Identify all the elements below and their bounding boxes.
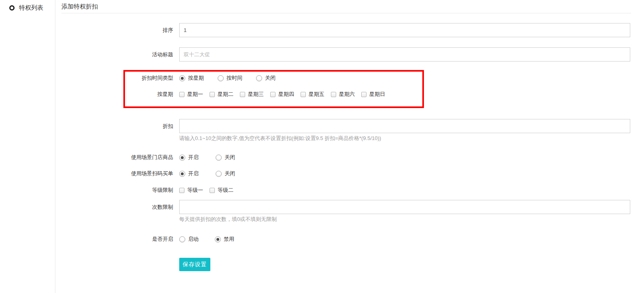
form-row-level-limit: 等级限制 等级一 等级二 (55, 186, 644, 194)
main-content: 添加特权折扣 排序 活动标题 折扣时间类型 按星期 按时间 关闭 (55, 0, 644, 293)
page-title: 添加特权折扣 (61, 3, 98, 11)
radio-option-scan-off[interactable]: 关闭 (216, 170, 235, 177)
discount-label: 折扣 (55, 119, 173, 133)
form-row-time-type: 折扣时间类型 按星期 按时间 关闭 (55, 74, 644, 82)
radio-icon[interactable] (216, 171, 222, 177)
form-row-scene-scan: 使用场景扫码买单 开启 关闭 (55, 170, 644, 178)
sidebar-item-label: 特权列表 (19, 4, 43, 12)
time-type-label: 折扣时间类型 (55, 74, 173, 82)
checkbox-icon[interactable] (210, 92, 215, 97)
radio-checked-icon[interactable] (215, 236, 221, 242)
checkbox-option-thursday[interactable]: 星期四 (270, 91, 294, 98)
checkbox-icon[interactable] (301, 92, 306, 97)
checkbox-option-level-one[interactable]: 等级一 (179, 187, 203, 194)
radio-option-store-off[interactable]: 关闭 (216, 154, 235, 161)
weekdays-label: 按星期 (55, 90, 173, 98)
checkbox-icon[interactable] (179, 92, 184, 97)
level-limit-label: 等级限制 (55, 186, 173, 194)
scene-scan-label: 使用场景扫码买单 (55, 170, 173, 178)
radio-checked-icon[interactable] (179, 155, 185, 161)
title-bar: 添加特权折扣 (61, 0, 631, 13)
form-row-weekdays: 按星期 星期一 星期二 星期三 星期四 星期五 (55, 90, 644, 98)
checkbox-icon[interactable] (361, 92, 366, 97)
radio-option-disable[interactable]: 禁用 (215, 236, 234, 243)
checkbox-icon[interactable] (179, 188, 184, 193)
form-row-sort: 排序 (55, 23, 644, 37)
checkbox-icon[interactable] (210, 188, 215, 193)
form-row-discount: 折扣 请输入0.1~10之间的数字,值为空代表不设置折扣(例如:设置9.5 折扣… (55, 119, 644, 142)
sidebar: 特权列表 (0, 0, 55, 293)
count-limit-label: 次数限制 (55, 200, 173, 214)
radio-checked-icon[interactable] (179, 171, 185, 177)
count-limit-input[interactable] (179, 200, 630, 214)
count-limit-help-text: 每天提供折扣的次数，填0或不填则无限制 (179, 216, 630, 223)
radio-checked-icon[interactable] (179, 75, 185, 81)
sort-label: 排序 (55, 23, 173, 37)
radio-option-off[interactable]: 关闭 (256, 74, 275, 82)
radio-option-by-week[interactable]: 按星期 (179, 74, 204, 82)
activity-title-label: 活动标题 (55, 47, 173, 62)
radio-icon[interactable] (256, 75, 262, 81)
radio-option-by-time[interactable]: 按时间 (218, 74, 242, 82)
radio-option-store-on[interactable]: 开启 (179, 154, 199, 161)
enabled-label: 是否开启 (55, 235, 173, 243)
discount-help-text: 请输入0.1~10之间的数字,值为空代表不设置折扣(例如:设置9.5 折扣=商品… (179, 135, 630, 142)
form-row-scene-store: 使用场景门店商品 开启 关闭 (55, 153, 644, 161)
save-settings-button[interactable]: 保存设置 (179, 258, 210, 271)
checkbox-option-monday[interactable]: 星期一 (179, 91, 203, 98)
checkbox-option-wednesday[interactable]: 星期三 (240, 91, 264, 98)
form-row-enabled: 是否开启 启动 禁用 (55, 235, 644, 243)
checkbox-option-friday[interactable]: 星期五 (301, 91, 324, 98)
form-row-save: 保存设置 (55, 258, 644, 271)
checkbox-option-saturday[interactable]: 星期六 (331, 91, 355, 98)
sidebar-item-privilege-list[interactable]: 特权列表 (0, 0, 55, 12)
checkbox-option-sunday[interactable]: 星期日 (361, 91, 385, 98)
scene-store-label: 使用场景门店商品 (55, 153, 173, 161)
activity-title-input[interactable] (179, 47, 630, 62)
radio-icon[interactable] (218, 75, 224, 81)
form-row-activity-title: 活动标题 (55, 47, 644, 62)
discount-input[interactable] (179, 119, 630, 133)
radio-option-scan-on[interactable]: 开启 (179, 170, 199, 177)
checkbox-icon[interactable] (270, 92, 275, 97)
circle-ring-icon (9, 5, 15, 11)
checkbox-icon[interactable] (331, 92, 336, 97)
checkbox-icon[interactable] (240, 92, 245, 97)
radio-option-enable[interactable]: 启动 (179, 236, 199, 243)
sort-input[interactable] (179, 23, 630, 37)
radio-icon[interactable] (216, 155, 222, 161)
radio-icon[interactable] (179, 236, 185, 242)
form-row-count-limit: 次数限制 每天提供折扣的次数，填0或不填则无限制 (55, 200, 644, 223)
checkbox-option-level-two[interactable]: 等级二 (210, 187, 233, 194)
checkbox-option-tuesday[interactable]: 星期二 (210, 91, 233, 98)
